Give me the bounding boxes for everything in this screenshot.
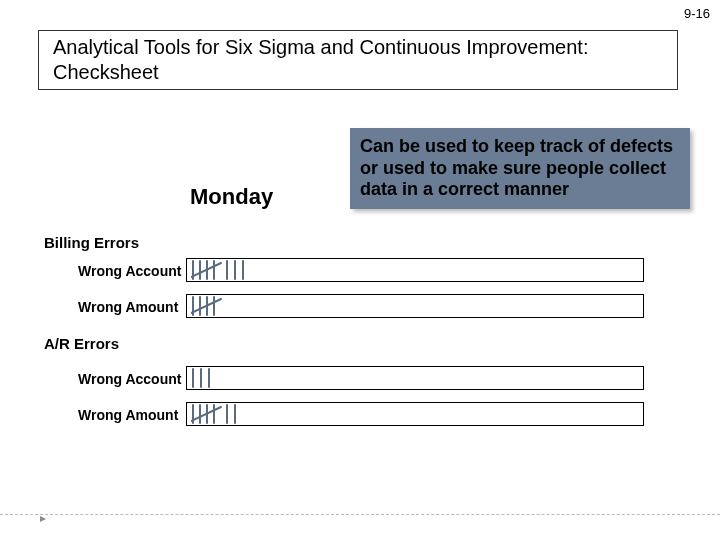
title-box: Analytical Tools for Six Sigma and Conti… <box>38 30 678 90</box>
footer-bullet-icon: ▸ <box>40 511 46 525</box>
row-label-billing-wrong-amount: Wrong Amount <box>78 299 178 315</box>
divider-bottom <box>0 514 720 515</box>
divider-top <box>0 90 720 91</box>
section-ar-errors: A/R Errors <box>44 335 119 352</box>
tally-box-billing-wrong-account <box>186 258 644 282</box>
row-label-ar-wrong-account: Wrong Account <box>78 371 181 387</box>
day-heading: Monday <box>190 184 273 210</box>
callout-box: Can be used to keep track of defects or … <box>350 128 690 209</box>
slide: 9-16 Analytical Tools for Six Sigma and … <box>0 0 720 540</box>
slide-title: Analytical Tools for Six Sigma and Conti… <box>53 35 663 85</box>
section-billing-errors: Billing Errors <box>44 234 139 251</box>
row-label-ar-wrong-amount: Wrong Amount <box>78 407 178 423</box>
tally-box-ar-wrong-amount <box>186 402 644 426</box>
tally-box-billing-wrong-amount <box>186 294 644 318</box>
tally-box-ar-wrong-account <box>186 366 644 390</box>
page-number: 9-16 <box>684 6 710 21</box>
row-label-billing-wrong-account: Wrong Account <box>78 263 181 279</box>
